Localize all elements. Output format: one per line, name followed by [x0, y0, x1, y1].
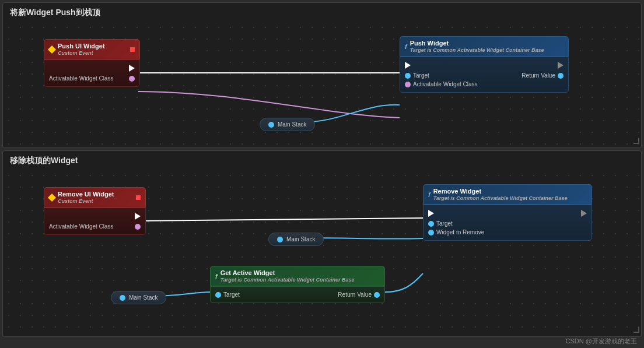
- top-panel-title: 将新Widget Push到栈顶: [3, 3, 641, 22]
- main-stack-1-label: Main Stack: [278, 121, 306, 128]
- diamond-icon: [48, 45, 56, 53]
- activatable-class-in-pin: [405, 82, 411, 87]
- target-pin-row: Target Return Value: [405, 71, 564, 80]
- diamond-icon-2: [48, 193, 56, 201]
- red-square-icon: [130, 47, 135, 52]
- get-active-widget-subtitle: Target is Common Activatable Widget Cont…: [220, 277, 355, 283]
- exec-out-pin-4: [581, 210, 587, 217]
- main-container: 将新Widget Push到栈顶 Push UI Widget Custom E…: [0, 0, 644, 348]
- push-widget-title: Push Widget: [410, 40, 544, 47]
- exec-out-pin-2: [558, 62, 564, 69]
- remove-ui-widget-header: Remove UI Widget Custom Event: [44, 187, 146, 208]
- exec-out-pin: [129, 65, 135, 72]
- main-stack-1[interactable]: Main Stack: [260, 118, 315, 131]
- remove-ui-widget-title: Remove UI Widget: [58, 191, 114, 198]
- stack-pin-2: [277, 237, 283, 242]
- push-ui-widget-body: Activatable Widget Class: [44, 59, 140, 87]
- bottom-canvas[interactable]: Remove UI Widget Custom Event Activatabl…: [3, 170, 641, 335]
- remove-widget-header: f Remove Widget Target is Common Activat…: [423, 184, 592, 205]
- top-resize-handle[interactable]: [634, 138, 639, 144]
- remove-widget-title: Remove Widget: [433, 188, 568, 195]
- top-canvas[interactable]: Push UI Widget Custom Event Activatable …: [3, 22, 641, 146]
- get-target-pin: [215, 292, 221, 298]
- push-widget-header: f Push Widget Target is Common Activatab…: [400, 36, 569, 57]
- return-value-pin: [558, 73, 564, 79]
- top-panel: 将新Widget Push到栈顶 Push UI Widget Custom E…: [2, 2, 642, 148]
- get-return-pin: [374, 292, 380, 298]
- target-pin-row-2: Target: [428, 219, 587, 228]
- push-ui-exec-out: [49, 64, 135, 73]
- exec-in-pin-2: [428, 210, 434, 217]
- remove-activatable-pin-row: Activatable Widget Class: [49, 222, 141, 231]
- remove-widget-subtitle: Target is Common Activatable Widget Cont…: [433, 195, 568, 201]
- push-widget-subtitle: Target is Common Activatable Widget Cont…: [410, 47, 544, 53]
- widget-to-remove-pin: [428, 230, 434, 235]
- push-ui-widget-header: Push UI Widget Custom Event: [44, 39, 140, 59]
- red-square-icon-2: [136, 195, 141, 200]
- remove-ui-widget-subtitle: Custom Event: [58, 198, 114, 204]
- bottom-panel: 移除栈顶的Widget Remove UI Widget Cu: [2, 150, 642, 337]
- push-ui-widget-title: Push UI Widget: [58, 43, 105, 50]
- remove-ui-widget-node: Remove UI Widget Custom Event Activatabl…: [44, 187, 146, 235]
- activatable-class-pin-2: [135, 224, 141, 230]
- push-ui-widget-subtitle: Custom Event: [58, 50, 105, 56]
- get-target-pin-row: Target Return Value: [215, 290, 380, 299]
- activatable-class-in-row: Activatable Widget Class: [405, 80, 564, 89]
- bottom-resize-handle[interactable]: [634, 327, 639, 333]
- main-stack-2-label: Main Stack: [286, 236, 315, 242]
- exec-out-pin-3: [135, 213, 141, 220]
- activatable-class-pin: [129, 76, 135, 82]
- get-active-widget-node: f Get Active Widget Target is Common Act…: [210, 266, 385, 303]
- bottom-panel-title: 移除栈顶的Widget: [3, 151, 641, 170]
- stack-pin-1: [268, 122, 274, 128]
- remove-ui-widget-body: Activatable Widget Class: [44, 208, 146, 235]
- get-active-widget-body: Target Return Value: [210, 286, 385, 303]
- watermark: CSDN @开发游戏的老王: [566, 337, 637, 346]
- main-stack-3-label: Main Stack: [129, 294, 158, 301]
- target-in-pin-2: [428, 221, 434, 227]
- main-stack-3[interactable]: Main Stack: [111, 291, 166, 304]
- remove-exec-out: [49, 212, 141, 221]
- get-active-widget-title: Get Active Widget: [220, 269, 355, 276]
- target-in-pin: [405, 73, 411, 79]
- push-widget-body: Target Return Value Activatable Widget C…: [400, 57, 569, 93]
- remove-widget-node: f Remove Widget Target is Common Activat…: [423, 184, 592, 241]
- widget-to-remove-row: Widget to Remove: [428, 228, 587, 237]
- push-widget-node: f Push Widget Target is Common Activatab…: [400, 36, 569, 93]
- stack-pin-3: [120, 295, 125, 301]
- exec-in-pin: [405, 62, 411, 69]
- svg-line-1: [138, 218, 423, 221]
- push-ui-widget-node: Push UI Widget Custom Event Activatable …: [44, 39, 140, 87]
- remove-widget-exec: [428, 209, 587, 218]
- remove-widget-body: Target Widget to Remove: [423, 205, 592, 241]
- main-stack-2[interactable]: Main Stack: [268, 233, 324, 246]
- push-activatable-pin-row: Activatable Widget Class: [49, 74, 135, 83]
- push-widget-exec: [405, 61, 564, 70]
- get-active-widget-header: f Get Active Widget Target is Common Act…: [210, 266, 385, 286]
